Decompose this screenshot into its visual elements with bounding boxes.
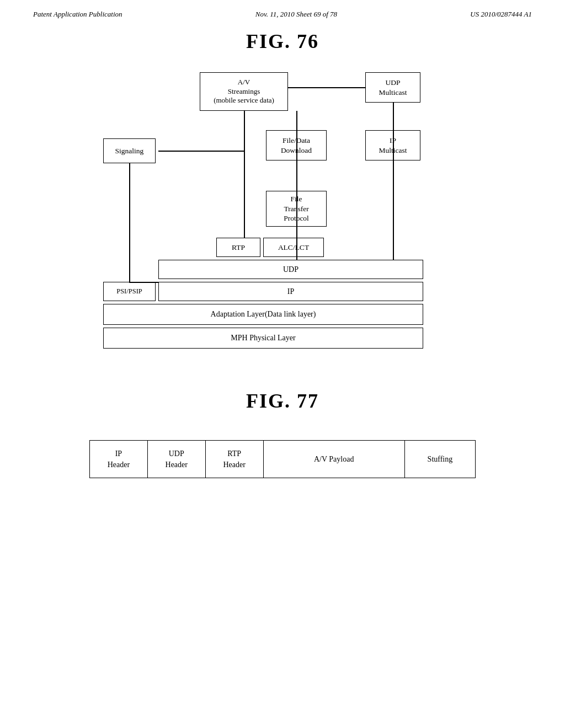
av-streamings-box: A/VStreamings(mobile service data) bbox=[200, 72, 288, 111]
vline-ip-multicast bbox=[393, 160, 394, 260]
page-header: Patent Application Publication Nov. 11, … bbox=[0, 0, 565, 24]
fig76-diagram: A/VStreamings(mobile service data) UDPMu… bbox=[0, 64, 565, 356]
ip-box: IP bbox=[158, 282, 423, 301]
mph-box: MPH Physical Layer bbox=[103, 328, 423, 349]
hline-signaling-ip bbox=[129, 282, 158, 283]
fig77-section: FIG. 77 IPHeader UDPHeader RTPHeader A/V… bbox=[0, 389, 565, 478]
cell-av-payload: A/V Payload bbox=[263, 441, 404, 478]
fig77-diagram: IPHeader UDPHeader RTPHeader A/V Payload… bbox=[0, 440, 565, 478]
rtp-box: RTP bbox=[216, 238, 260, 257]
fig76-title: FIG. 76 bbox=[0, 30, 565, 53]
cell-ip-header: IPHeader bbox=[90, 441, 148, 478]
header-right: US 2010/0287444 A1 bbox=[470, 10, 532, 19]
vline-ftp-alc bbox=[296, 227, 297, 238]
adaptation-box: Adaptation Layer(Data link layer) bbox=[103, 304, 423, 325]
signaling-box: Signaling bbox=[103, 138, 156, 163]
cell-stuffing: Stuffing bbox=[404, 441, 475, 478]
vline-signaling bbox=[129, 163, 130, 282]
udp-multicast-box: UDPMulticast bbox=[365, 72, 420, 103]
hline-top-right bbox=[288, 87, 365, 88]
fig77-title: FIG. 77 bbox=[0, 389, 565, 413]
vline-av-rtp bbox=[244, 111, 245, 238]
hline-av-top bbox=[158, 151, 244, 152]
alc-lct-box: ALC/LCT bbox=[263, 238, 324, 257]
vline-filedata-ftp bbox=[296, 160, 297, 191]
header-center: Nov. 11, 2010 Sheet 69 of 78 bbox=[255, 10, 337, 19]
cell-udp-header: UDPHeader bbox=[147, 441, 205, 478]
packet-table: IPHeader UDPHeader RTPHeader A/V Payload… bbox=[89, 440, 476, 478]
udp-box: UDP bbox=[158, 260, 423, 279]
psi-psip-box: PSI/PSIP bbox=[103, 282, 156, 301]
cell-rtp-header: RTPHeader bbox=[205, 441, 263, 478]
header-left: Patent Application Publication bbox=[33, 10, 122, 19]
